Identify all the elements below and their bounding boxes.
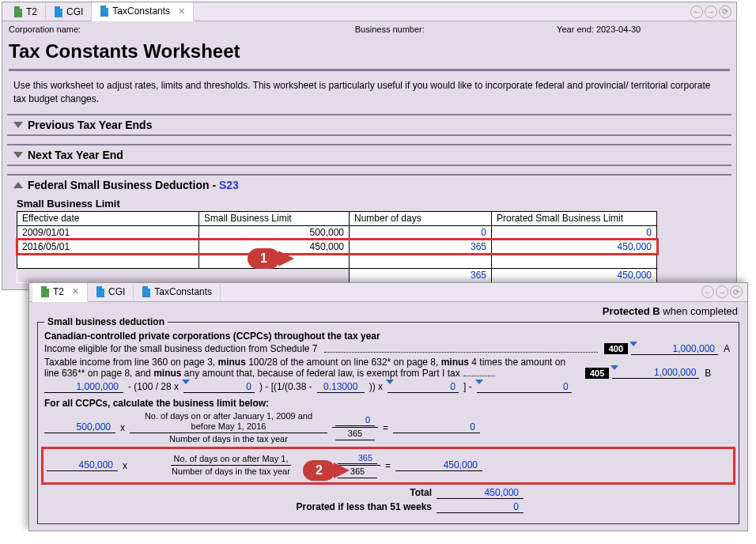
dropdown-icon[interactable] xyxy=(610,365,618,370)
nav-controls: ← → ⟳ xyxy=(701,285,747,298)
base-field[interactable]: 450,000 xyxy=(47,459,118,471)
dropdown-icon[interactable] xyxy=(475,380,483,384)
cell-prorated: 0 xyxy=(492,225,657,240)
t2-schedule-window: T2 ✕ CGI TaxConstants ← → ⟳ Protected B … xyxy=(28,282,748,531)
business-number-label: Business number: xyxy=(355,25,557,34)
tab-cgi[interactable]: CGI xyxy=(88,282,134,301)
sbd-fieldset: Small business deduction Canadian-contro… xyxy=(37,322,739,524)
calc-field[interactable]: 0 xyxy=(183,381,255,393)
tab-t2[interactable]: T2 xyxy=(6,2,46,21)
cell-limit[interactable]: 500,000 xyxy=(199,225,350,240)
tab-label: TaxConstants xyxy=(154,286,212,297)
calc-field[interactable]: 0 xyxy=(477,381,572,393)
line-400: Income eligible for the small business d… xyxy=(44,343,732,355)
ccpc-header: Canadian-controlled private corporations… xyxy=(44,331,732,342)
ccpc-all-header: For all CCPCs, calculate the business li… xyxy=(44,398,732,409)
dropdown-icon[interactable] xyxy=(629,342,637,346)
col-days: Number of days xyxy=(350,211,492,225)
tab-label: T2 xyxy=(26,6,37,17)
line-box-400: 400 xyxy=(604,343,628,354)
s23-link[interactable]: S23 xyxy=(219,179,239,191)
doc-icon xyxy=(96,286,105,297)
limit-row-2016: 450,000 x No. of days on or after May 1,… xyxy=(47,453,730,478)
small-business-limit-table: Effective date Small Business Limit Numb… xyxy=(17,211,657,283)
callout-1: 1 xyxy=(248,248,280,269)
table-row-empty[interactable] xyxy=(17,254,657,268)
tab-label: T2 xyxy=(53,286,64,297)
tab-bar-2: T2 ✕ CGI TaxConstants ← → ⟳ xyxy=(29,283,747,302)
close-icon[interactable]: ✕ xyxy=(72,286,79,297)
worksheet-description: Use this worksheet to adjust rates, limi… xyxy=(2,71,736,114)
calc-field[interactable]: 0.13000 xyxy=(317,381,365,393)
tab-label: CGI xyxy=(108,286,125,297)
letter-b: B xyxy=(702,368,713,379)
cell-days: 0 xyxy=(350,225,492,240)
line-box-405: 405 xyxy=(585,368,609,379)
den-field: 365 xyxy=(335,429,375,440)
dropdown-icon[interactable] xyxy=(386,380,394,384)
line-405: Taxable income from line 360 on page 3, … xyxy=(44,357,732,379)
tab-label: TaxConstants xyxy=(112,6,170,17)
nav-refresh-icon[interactable]: ⟳ xyxy=(730,285,743,298)
nav-forward-icon[interactable]: → xyxy=(716,285,728,298)
limit-row-2016-highlighted: 450,000 x No. of days on or after May 1,… xyxy=(41,447,735,484)
tab-bar-1: T2 CGI TaxConstants ✕ ← → ⟳ xyxy=(2,2,736,21)
tab-label: CGI xyxy=(66,6,83,17)
table-header-row: Effective date Small Business Limit Numb… xyxy=(17,211,657,225)
col-limit: Small Business Limit xyxy=(199,211,350,225)
tab-t2[interactable]: T2 ✕ xyxy=(32,283,88,302)
corp-name-label: Corporation name: xyxy=(9,25,355,34)
year-end-label: Year end: 2023-04-30 xyxy=(557,25,730,34)
cell-date[interactable]: 2009/01/01 xyxy=(17,225,199,240)
info-row: Corporation name: Business number: Year … xyxy=(2,21,736,37)
cell-days: 365 xyxy=(350,240,492,254)
calc-field[interactable]: 0 xyxy=(387,381,459,393)
nav-back-icon[interactable]: ← xyxy=(701,285,714,298)
section-next-year[interactable]: Next Tax Year End xyxy=(7,144,731,166)
value-400[interactable]: 1,000,000 xyxy=(631,343,718,355)
fieldset-legend: Small business deduction xyxy=(44,316,168,327)
limit-row-2009: 500,000 x No. of days on or after Januar… xyxy=(44,411,732,445)
tab-taxconstants[interactable]: TaxConstants ✕ xyxy=(92,2,194,21)
col-effective-date: Effective date xyxy=(17,211,199,225)
result-field: 0 xyxy=(393,421,480,433)
close-icon[interactable]: ✕ xyxy=(178,6,185,17)
calc-field[interactable]: 1,000,000 xyxy=(44,381,123,393)
chevron-down-icon xyxy=(13,122,23,128)
tab-taxconstants[interactable]: TaxConstants xyxy=(134,282,221,301)
cell-days-total: 365 xyxy=(350,268,492,282)
col-prorated: Prorated Small Business Limit xyxy=(492,211,657,225)
doc-icon xyxy=(54,6,63,17)
tab-cgi[interactable]: CGI xyxy=(46,2,92,21)
total-row: Total 450,000 xyxy=(321,487,732,499)
cell-prorated-total: 450,000 xyxy=(492,268,657,282)
nav-back-icon[interactable]: ← xyxy=(690,6,703,18)
section-federal-sbd[interactable]: Federal Small Business Deduction - S23 xyxy=(7,174,731,195)
total-field: 450,000 xyxy=(437,487,524,499)
callout-2: 2 xyxy=(303,460,335,481)
doc-icon xyxy=(13,6,23,17)
table-row[interactable]: 2009/01/01 500,000 0 0 xyxy=(17,225,657,240)
dropdown-icon[interactable] xyxy=(182,380,190,384)
chevron-down-icon xyxy=(13,152,23,158)
nav-controls: ← → ⟳ xyxy=(690,6,736,18)
table-footer-row: 365 450,000 xyxy=(17,268,657,282)
doc-icon xyxy=(142,286,151,297)
chevron-up-icon xyxy=(13,182,23,188)
letter-a: A xyxy=(721,343,732,354)
result-field: 450,000 xyxy=(395,459,482,471)
value-405[interactable]: 1,000,000 xyxy=(612,367,699,379)
cell-prorated: 450,000 xyxy=(492,240,657,254)
nav-refresh-icon[interactable]: ⟳ xyxy=(719,6,731,18)
prorated-field: 0 xyxy=(437,501,524,513)
cell-date[interactable]: 2016/05/01 xyxy=(17,240,199,254)
prorated-row: Prorated if less than 51 weeks 0 xyxy=(234,501,732,513)
small-business-limit-table-wrap: Small Business Limit Effective date Smal… xyxy=(2,195,736,289)
num-field[interactable]: 0 xyxy=(335,415,375,426)
section-previous-years[interactable]: Previous Tax Year Ends xyxy=(7,114,731,136)
nav-forward-icon[interactable]: → xyxy=(705,6,717,18)
doc-icon xyxy=(100,6,109,17)
table-row-highlighted[interactable]: 2016/05/01 450,000 365 450,000 xyxy=(17,240,657,254)
base-field[interactable]: 500,000 xyxy=(44,421,115,433)
page-title: Tax Constants Worksheet xyxy=(2,37,736,69)
